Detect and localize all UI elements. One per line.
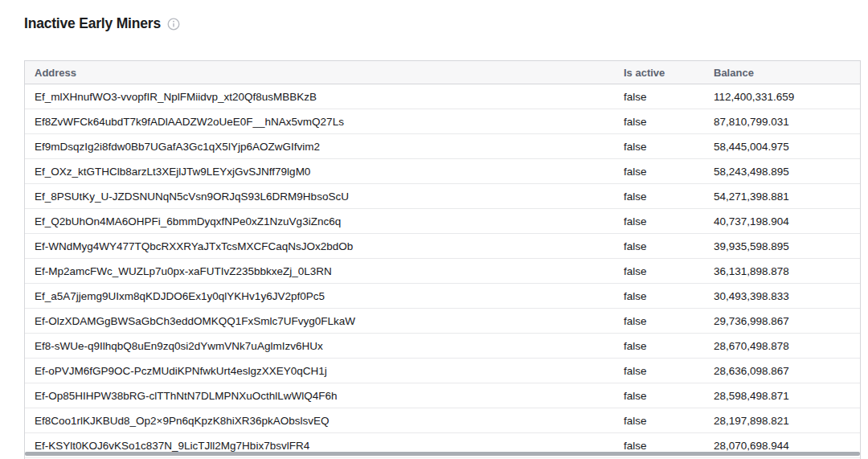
cell-is_active: false [614,315,704,327]
cell-address: Ef8-sWUe-q9IlhqbQ8uEn9zq0si2dYwmVNk7uAgl… [25,340,614,352]
cell-address: Ef_Q2bUhOn4MA6OHPFi_6bmmDyqxfNPe0xZ1NzuV… [25,215,614,227]
cell-is_active: false [614,265,704,277]
cell-address: Ef-Mp2amcFWc_WUZLp7u0px-xaFUTIvZ235bbkxe… [25,265,614,277]
cell-address: Ef-OlzXDAMGgBWSaGbCh3eddOMKQQ1FxSmlc7UFv… [25,315,614,327]
table-row: Ef_a5A7jjemg9UIxm8qKDJDO6Ex1y0qlYKHv1y6J… [25,284,860,309]
cell-balance: 28,070,698.944 [704,440,860,452]
cell-is_active: false [614,365,704,377]
column-header-balance: Balance [704,67,860,79]
cell-is_active: false [614,290,704,302]
cell-is_active: false [614,440,704,452]
cell-address: Ef-Op85HIHPW38bRG-clTThNtN7DLMPNXuOcthlL… [25,390,614,402]
column-header-is_active: Is active [614,67,704,79]
cell-balance: 28,636,098.867 [704,365,860,377]
cell-is_active: false [614,390,704,402]
table-row: Ef_OXz_ktGTHClb8arzLt3XEjlJTw9LEYxjGvSJN… [25,159,860,184]
table-header-row: AddressIs activeBalance [25,61,860,84]
cell-is_active: false [614,415,704,427]
page-title: Inactive Early Miners [24,15,161,32]
cell-balance: 29,736,998.867 [704,315,860,327]
table-row: Ef_8PSUtKy_U-JZDSNUNqN5cVsn9ORJqS93L6DRM… [25,184,860,209]
cell-address: Ef9mDsqzIg2i8fdw0Bb7UGafA3Gc1qX5lYjp6AOZ… [25,141,614,153]
column-header-address: Address [25,67,614,79]
cell-is_active: false [614,191,704,203]
table-body: Ef_mlXHnufWO3-vvopfIR_NplFMiidvp_xt20Qf8… [25,84,860,458]
cell-balance: 58,243,498.895 [704,166,860,178]
table-row: Ef8ZvWFCk64ubdT7k9fADlAADZW2oUeE0F__hNAx… [25,109,860,134]
cell-balance: 30,493,398.833 [704,290,860,302]
horizontal-scrollbar-thumb[interactable] [25,452,860,456]
cell-address: Ef8Coo1rlKJKBUd8_Op2×9Pn6qKpzK8hiXR36pkA… [25,415,614,427]
cell-address: Ef_a5A7jjemg9UIxm8qKDJDO6Ex1y0qlYKHv1y6J… [25,290,614,302]
table-row: Ef-Mp2amcFWc_WUZLp7u0px-xaFUTIvZ235bbkxe… [25,259,860,284]
table-row: Ef-oPVJM6fGP9OC-PczMUdiKPNfwkUrt4eslgzXX… [25,359,860,383]
cell-is_active: false [614,116,704,128]
cell-balance: 40,737,198.904 [704,215,860,227]
cell-address: Ef-WNdMyg4WY477TQbcRXXRYaJTxTcsMXCFCaqNs… [25,240,614,252]
cell-is_active: false [614,215,704,227]
cell-is_active: false [614,340,704,352]
cell-is_active: false [614,141,704,153]
cell-balance: 39,935,598.895 [704,240,860,252]
cell-address: Ef-KSYlt0KOJ6vKSo1c837N_9LicTJll2Mg7Hbix… [25,440,614,452]
cell-address: Ef-oPVJM6fGP9OC-PczMUdiKPNfwkUrt4eslgzXX… [25,365,614,377]
table-row: Ef8-sWUe-q9IlhqbQ8uEn9zq0si2dYwmVNk7uAgl… [25,334,860,359]
table-row: Ef_Q2bUhOn4MA6OHPFi_6bmmDyqxfNPe0xZ1NzuV… [25,209,860,234]
cell-address: Ef_mlXHnufWO3-vvopfIR_NplFMiidvp_xt20Qf8… [25,91,614,103]
table-row: Ef9mDsqzIg2i8fdw0Bb7UGafA3Gc1qX5lYjp6AOZ… [25,134,860,159]
cell-balance: 54,271,398.881 [704,191,860,203]
cell-balance: 28,197,898.821 [704,415,860,427]
cell-is_active: false [614,91,704,103]
cell-balance: 87,810,799.031 [704,116,860,128]
cell-balance: 36,131,898.878 [704,265,860,277]
info-circle-icon[interactable] [167,18,180,31]
cell-balance: 112,400,331.659 [704,91,860,103]
table-row: Ef-OlzXDAMGgBWSaGbCh3eddOMKQQ1FxSmlc7UFv… [25,309,860,334]
cell-balance: 28,598,498.871 [704,390,860,402]
cell-is_active: false [614,240,704,252]
table-row: Ef-WNdMyg4WY477TQbcRXXRYaJTxTcsMXCFCaqNs… [25,234,860,259]
table-row: Ef_mlXHnufWO3-vvopfIR_NplFMiidvp_xt20Qf8… [25,84,860,109]
cell-is_active: false [614,166,704,178]
cell-balance: 58,445,004.975 [704,141,860,153]
cell-address: Ef_8PSUtKy_U-JZDSNUNqN5cVsn9ORJqS93L6DRM… [25,191,614,203]
page-header: Inactive Early Miners [24,15,180,32]
page: Inactive Early Miners AddressIs activeBa… [0,0,868,459]
table-row: Ef-Op85HIHPW38bRG-clTThNtN7DLMPNXuOcthlL… [25,383,860,408]
inactive-miners-table: AddressIs activeBalance Ef_mlXHnufWO3-vv… [24,60,861,459]
cell-address: Ef8ZvWFCk64ubdT7k9fADlAADZW2oUeE0F__hNAx… [25,116,614,128]
cell-balance: 28,670,498.878 [704,340,860,352]
table-row: Ef8Coo1rlKJKBUd8_Op2×9Pn6qKpzK8hiXR36pkA… [25,408,860,433]
cell-address: Ef_OXz_ktGTHClb8arzLt3XEjlJTw9LEYxjGvSJN… [25,166,614,178]
